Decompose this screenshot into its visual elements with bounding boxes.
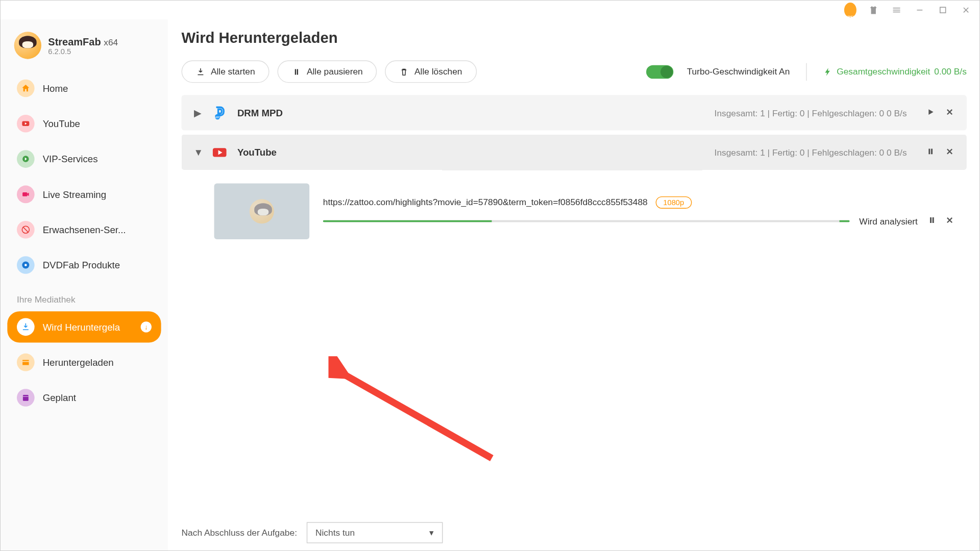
sidebar-item-live[interactable]: Live Streaming [7, 179, 161, 210]
lightning-icon [823, 67, 833, 77]
turbo-label: Turbo-Geschwindigkeit An [687, 66, 790, 77]
pause-all-button[interactable]: Alle pausieren [278, 60, 377, 83]
item-status: Wird analysiert [859, 216, 918, 226]
chevron-right-icon[interactable]: ▶ [194, 107, 202, 118]
divider [806, 63, 806, 81]
download-item: https://zattoo.com/highlights?movie_id=5… [182, 174, 967, 249]
maximize-icon[interactable] [937, 4, 949, 16]
library-section-header: Ihre Mediathek [7, 285, 161, 311]
trash-icon [400, 67, 409, 77]
youtube-icon [211, 144, 228, 160]
sidebar-item-adult[interactable]: Erwachsenen-Ser... [7, 214, 161, 245]
downloading-icon [17, 318, 35, 336]
vip-icon [17, 150, 35, 168]
start-all-button[interactable]: Alle starten [182, 60, 270, 83]
group-title: YouTube [237, 147, 705, 158]
titlebar [1, 1, 980, 19]
play-icon[interactable] [926, 107, 936, 119]
delete-all-button[interactable]: Alle löschen [385, 60, 477, 83]
scheduled-icon [17, 389, 35, 407]
mpd-icon: MPD [211, 105, 228, 121]
sidebar-item-youtube[interactable]: YouTube [7, 108, 161, 139]
minimize-icon[interactable] [914, 4, 926, 16]
close-icon[interactable] [945, 146, 954, 158]
sidebar-item-downloaded[interactable]: Heruntergeladen [7, 346, 161, 378]
svg-line-11 [341, 372, 492, 458]
youtube-icon [17, 115, 35, 133]
app-version: 6.2.0.5 [48, 47, 118, 55]
group-title: DRM MPD [237, 107, 705, 118]
quality-badge: 1080p [656, 196, 692, 208]
group-youtube[interactable]: ▼ YouTube Insgesamt: 1 | Fertig: 0 | Feh… [182, 135, 967, 170]
thumbnail [214, 184, 310, 239]
download-icon [196, 67, 206, 77]
pause-icon[interactable] [927, 215, 937, 227]
app-logo: StreamFab x64 6.2.0.5 [7, 28, 161, 72]
close-icon[interactable] [960, 4, 972, 16]
sidebar-item-dvdfab[interactable]: DVDFab Produkte [7, 249, 161, 281]
free-badge-icon[interactable] [844, 4, 856, 16]
after-task-label: Nach Abschluss der Aufgabe: [182, 528, 297, 538]
sidebar-item-scheduled[interactable]: Geplant [7, 382, 161, 413]
after-task-select[interactable]: Nichts tun ▾ [307, 522, 443, 543]
page-title: Wird Heruntergeladen [182, 29, 967, 47]
annotation-arrow [329, 356, 506, 472]
sidebar: StreamFab x64 6.2.0.5 Home YouTube [1, 19, 168, 551]
app-brand: StreamFab x64 [48, 36, 118, 47]
svg-point-6 [24, 264, 27, 266]
turbo-toggle[interactable] [646, 65, 673, 79]
menu-icon[interactable] [891, 4, 903, 16]
progress-bar [323, 220, 850, 222]
close-icon[interactable] [945, 107, 954, 119]
home-icon [17, 80, 35, 97]
pause-icon[interactable] [926, 146, 936, 158]
group-stats: Insgesamt: 1 | Fertig: 0 | Fehlgeschlage… [715, 147, 907, 157]
svg-rect-0 [940, 7, 946, 13]
toolbar: Alle starten Alle pausieren Alle löschen… [182, 60, 967, 83]
live-icon [17, 186, 35, 204]
group-drm-mpd[interactable]: ▶ MPD DRM MPD Insgesamt: 1 | Fertig: 0 |… [182, 95, 967, 130]
download-badge-icon: ↓ [141, 321, 152, 332]
pause-icon [292, 67, 302, 77]
logo-icon [14, 32, 41, 59]
svg-rect-3 [22, 192, 27, 196]
chevron-down-icon: ▾ [429, 528, 434, 538]
tshirt-icon[interactable] [867, 4, 879, 16]
close-icon[interactable] [945, 215, 954, 227]
sidebar-item-vip[interactable]: VIP-Services [7, 143, 161, 174]
bottom-bar: Nach Abschluss der Aufgabe: Nichts tun ▾ [182, 522, 967, 543]
item-url: https://zattoo.com/highlights?movie_id=5… [323, 197, 648, 207]
sidebar-item-downloading[interactable]: Wird Heruntergela ↓ [7, 311, 161, 342]
svg-text:MPD: MPD [214, 116, 220, 119]
dvdfab-icon [17, 256, 35, 274]
adult-icon [17, 221, 35, 239]
svg-rect-7 [23, 395, 29, 401]
chevron-down-icon[interactable]: ▼ [194, 147, 202, 158]
group-stats: Insgesamt: 1 | Fertig: 0 | Fehlgeschlage… [715, 108, 907, 118]
content-area: Wird Heruntergeladen Alle starten Alle p… [168, 19, 980, 551]
sidebar-item-home[interactable]: Home [7, 72, 161, 104]
total-speed: Gesamtgeschwindigkeit 0.00 B/s [823, 66, 967, 77]
downloaded-icon [17, 354, 35, 371]
